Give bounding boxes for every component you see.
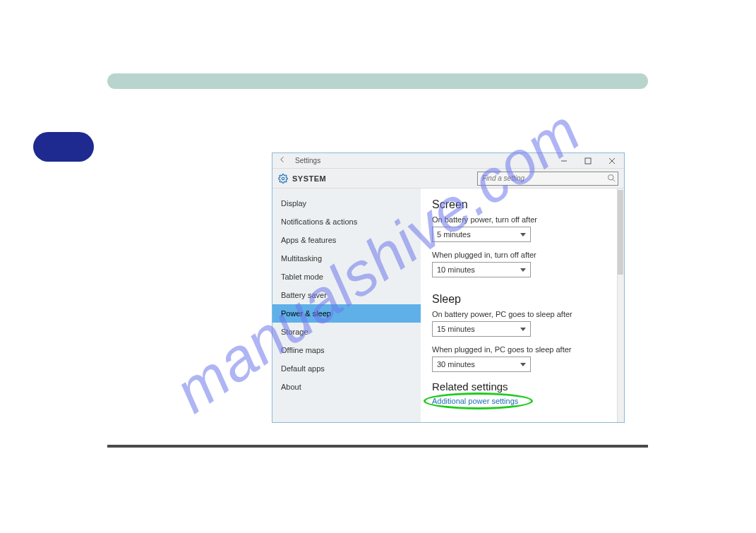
screen-plugged-select[interactable]: 10 minutes: [432, 262, 531, 277]
screen-heading: Screen: [432, 198, 613, 211]
sidebar-item-default-apps[interactable]: Default apps: [272, 359, 421, 378]
sleep-plugged-select[interactable]: 30 minutes: [432, 357, 531, 372]
sidebar: Display Notifications & actions Apps & f…: [272, 188, 421, 422]
settings-window: Settings SYSTEM Display Notifications & …: [272, 152, 625, 423]
content-pane: Screen On battery power, turn off after …: [421, 188, 624, 422]
additional-power-settings-link[interactable]: Additional power settings: [432, 397, 518, 405]
sidebar-item-notifications[interactable]: Notifications & actions: [272, 212, 421, 231]
sidebar-item-offline-maps[interactable]: Offline maps: [272, 341, 421, 359]
decorative-footer-line: [107, 445, 648, 448]
svg-point-4: [282, 177, 284, 180]
header-row: SYSTEM: [272, 169, 624, 188]
window-title: Settings: [292, 157, 552, 164]
back-button[interactable]: [272, 155, 292, 166]
svg-point-5: [608, 174, 614, 180]
svg-rect-1: [585, 158, 591, 164]
scrollbar-thumb[interactable]: [618, 190, 623, 275]
decorative-top-bar: [107, 73, 648, 89]
screen-battery-select[interactable]: 5 minutes: [432, 227, 531, 242]
sidebar-item-about[interactable]: About: [272, 378, 421, 396]
related-heading: Related settings: [432, 381, 613, 393]
sleep-battery-label: On battery power, PC goes to sleep after: [432, 310, 613, 318]
search-icon: [607, 174, 616, 182]
gear-icon: [278, 174, 288, 184]
sidebar-item-power-sleep[interactable]: Power & sleep: [272, 304, 421, 323]
svg-line-6: [613, 179, 615, 181]
sidebar-item-tablet-mode[interactable]: Tablet mode: [272, 268, 421, 286]
screen-battery-label: On battery power, turn off after: [432, 215, 613, 224]
close-button[interactable]: [600, 153, 624, 169]
sidebar-item-battery-saver[interactable]: Battery saver: [272, 286, 421, 304]
sleep-battery-select[interactable]: 15 minutes: [432, 321, 531, 337]
sidebar-item-apps[interactable]: Apps & features: [272, 231, 421, 249]
title-bar: Settings: [272, 153, 624, 169]
maximize-button[interactable]: [576, 153, 600, 169]
system-label: SYSTEM: [292, 174, 326, 183]
sidebar-item-multitasking[interactable]: Multitasking: [272, 249, 421, 268]
decorative-pill: [33, 132, 94, 162]
sleep-heading: Sleep: [432, 293, 613, 306]
sidebar-item-storage[interactable]: Storage: [272, 323, 421, 341]
screen-plugged-label: When plugged in, turn off after: [432, 251, 613, 259]
sidebar-item-display[interactable]: Display: [272, 194, 421, 212]
sleep-plugged-label: When plugged in, PC goes to sleep after: [432, 345, 613, 354]
minimize-button[interactable]: [552, 153, 576, 169]
search-input[interactable]: [477, 172, 618, 186]
vertical-scrollbar[interactable]: [617, 188, 624, 422]
